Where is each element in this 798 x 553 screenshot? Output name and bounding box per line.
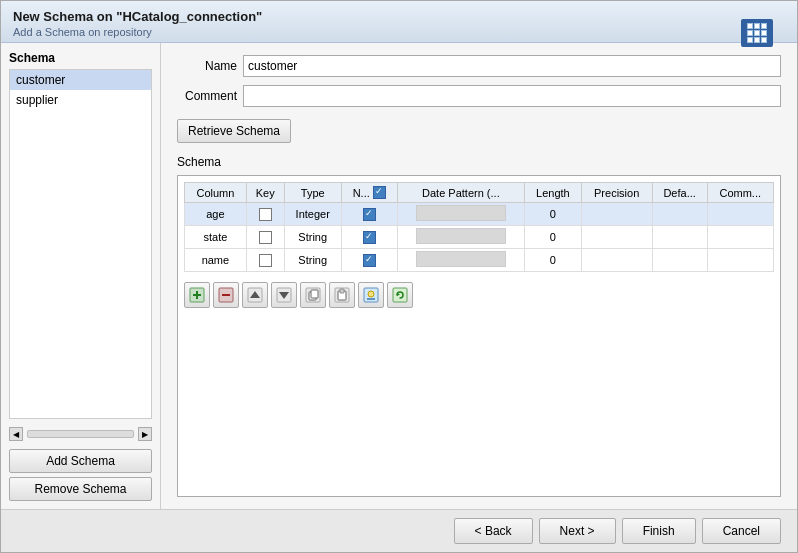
sidebar-label: Schema <box>9 51 152 65</box>
cell-column: state <box>185 226 247 249</box>
cell-comment <box>707 249 773 272</box>
col-header-precision: Precision <box>581 183 652 203</box>
sidebar-scrollbar: ◀ ▶ <box>9 427 152 441</box>
nullable-checkbox-state[interactable] <box>363 231 376 244</box>
cell-precision <box>581 203 652 226</box>
add-schema-button[interactable]: Add Schema <box>9 449 152 473</box>
refresh-icon <box>392 287 408 303</box>
schema-table: Column Key Type N... Date Pattern (... <box>184 182 774 272</box>
import-icon <box>363 287 379 303</box>
cell-length: 0 <box>525 203 581 226</box>
cell-nullable[interactable] <box>341 249 397 272</box>
next-button[interactable]: Next > <box>539 518 616 544</box>
cell-key[interactable] <box>246 249 284 272</box>
col-header-comment: Comm... <box>707 183 773 203</box>
scrollbar-track[interactable] <box>27 430 134 438</box>
comment-input[interactable] <box>243 85 781 107</box>
cell-precision <box>581 249 652 272</box>
name-row: Name <box>177 55 781 77</box>
move-up-button[interactable] <box>242 282 268 308</box>
cell-default <box>652 249 707 272</box>
key-checkbox-age[interactable] <box>259 208 272 221</box>
col-header-length: Length <box>525 183 581 203</box>
comment-row: Comment <box>177 85 781 107</box>
dialog-footer: < Back Next > Finish Cancel <box>1 509 797 552</box>
copy-icon <box>305 287 321 303</box>
comment-label: Comment <box>177 89 237 103</box>
finish-button[interactable]: Finish <box>622 518 696 544</box>
retrieve-btn-row: Retrieve Schema <box>177 119 781 143</box>
cell-length: 0 <box>525 226 581 249</box>
remove-icon <box>218 287 234 303</box>
svg-rect-18 <box>393 288 407 302</box>
col-header-key: Key <box>246 183 284 203</box>
cell-nullable[interactable] <box>341 226 397 249</box>
sidebar-item-customer[interactable]: customer <box>10 70 151 90</box>
cell-comment <box>707 203 773 226</box>
add-icon <box>189 287 205 303</box>
schema-section: Schema Column Key Type N... <box>177 155 781 497</box>
scroll-right-arrow[interactable]: ▶ <box>138 427 152 441</box>
nullable-checkbox-name[interactable] <box>363 254 376 267</box>
col-header-default: Defa... <box>652 183 707 203</box>
svg-rect-11 <box>311 290 318 298</box>
dialog-title: New Schema on "HCatalog_connection" <box>13 9 262 24</box>
remove-row-button[interactable] <box>213 282 239 308</box>
key-checkbox-name[interactable] <box>259 254 272 267</box>
svg-rect-14 <box>340 289 344 293</box>
cell-comment <box>707 226 773 249</box>
dialog-body: Schema customer supplier ◀ ▶ Add Schema … <box>1 43 797 509</box>
schema-box: Column Key Type N... Date Pattern (... <box>177 175 781 497</box>
sidebar: Schema customer supplier ◀ ▶ Add Schema … <box>1 43 161 509</box>
move-down-button[interactable] <box>271 282 297 308</box>
cell-type: Integer <box>284 203 341 226</box>
table-row[interactable]: name String 0 <box>185 249 774 272</box>
copy-button[interactable] <box>300 282 326 308</box>
cell-nullable[interactable] <box>341 203 397 226</box>
sidebar-item-supplier[interactable]: supplier <box>10 90 151 110</box>
table-row[interactable]: age Integer 0 <box>185 203 774 226</box>
schema-section-label: Schema <box>177 155 781 169</box>
import-button[interactable] <box>358 282 384 308</box>
cell-key[interactable] <box>246 203 284 226</box>
cell-column: name <box>185 249 247 272</box>
cell-type: String <box>284 226 341 249</box>
table-toolbar <box>184 278 774 308</box>
svg-rect-17 <box>367 298 375 300</box>
name-input[interactable] <box>243 55 781 77</box>
schema-list[interactable]: customer supplier <box>9 69 152 419</box>
cell-type: String <box>284 249 341 272</box>
col-header-nullable: N... <box>341 183 397 203</box>
sidebar-buttons: Add Schema Remove Schema <box>9 449 152 501</box>
back-button[interactable]: < Back <box>454 518 533 544</box>
scroll-left-arrow[interactable]: ◀ <box>9 427 23 441</box>
retrieve-schema-button[interactable]: Retrieve Schema <box>177 119 291 143</box>
main-content: Name Comment Retrieve Schema Schema <box>161 43 797 509</box>
schema-icon <box>741 19 773 47</box>
down-arrow-icon <box>276 287 292 303</box>
cell-date-pattern <box>397 226 525 249</box>
cell-default <box>652 226 707 249</box>
nullable-checkbox-age[interactable] <box>363 208 376 221</box>
paste-button[interactable] <box>329 282 355 308</box>
col-header-column: Column <box>185 183 247 203</box>
cell-date-pattern <box>397 249 525 272</box>
col-header-type: Type <box>284 183 341 203</box>
table-row[interactable]: state String 0 <box>185 226 774 249</box>
paste-icon <box>334 287 350 303</box>
dialog-header: New Schema on "HCatalog_connection" Add … <box>1 1 797 43</box>
key-checkbox-state[interactable] <box>259 231 272 244</box>
cancel-button[interactable]: Cancel <box>702 518 781 544</box>
new-schema-dialog: New Schema on "HCatalog_connection" Add … <box>0 0 798 553</box>
dialog-subtitle: Add a Schema on repository <box>13 26 262 38</box>
add-row-button[interactable] <box>184 282 210 308</box>
cell-key[interactable] <box>246 226 284 249</box>
refresh-button[interactable] <box>387 282 413 308</box>
name-label: Name <box>177 59 237 73</box>
grid-icon <box>747 23 767 43</box>
cell-default <box>652 203 707 226</box>
col-header-date-pattern: Date Pattern (... <box>397 183 525 203</box>
nullable-header-checkbox[interactable] <box>373 186 386 199</box>
remove-schema-button[interactable]: Remove Schema <box>9 477 152 501</box>
cell-length: 0 <box>525 249 581 272</box>
